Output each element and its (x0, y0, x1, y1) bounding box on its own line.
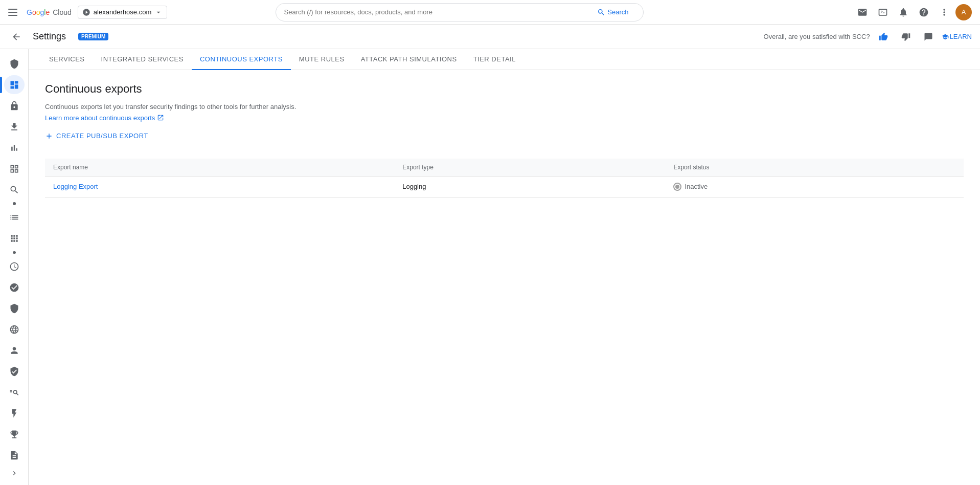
notifications-button[interactable] (894, 3, 913, 21)
help-button[interactable] (915, 3, 933, 21)
page-title: Settings (33, 31, 66, 42)
sidebar (0, 49, 29, 485)
cloud-shell-button[interactable] (874, 3, 892, 21)
sidebar-item-settings-gear[interactable] (4, 278, 25, 297)
col-header-name: Export name (45, 159, 394, 177)
learn-more-link[interactable]: Learn more about continuous exports (45, 114, 164, 122)
domain-icon (82, 8, 90, 16)
sidebar-dot-1 (13, 202, 16, 205)
status-inactive: Inactive (673, 183, 955, 191)
search-bar: Search (276, 3, 644, 21)
org-selector[interactable]: alexanderhose.com (78, 6, 167, 19)
main-content: Continuous exports Continuous exports le… (29, 70, 980, 210)
section-description: Continuous exports let you transfer secu… (45, 102, 964, 112)
sidebar-item-search-list[interactable] (4, 383, 25, 402)
sidebar-item-download[interactable] (4, 117, 25, 136)
sidebar-item-timer[interactable] (4, 257, 25, 276)
main-layout: SERVICES INTEGRATED SERVICES CONTINUOUS … (0, 49, 980, 485)
search-icon (597, 8, 605, 16)
dropdown-icon (154, 8, 163, 16)
sidebar-dot-2 (13, 251, 16, 254)
tab-attack-path-simulations[interactable]: ATTACK PATH SIMULATIONS (353, 49, 465, 70)
table-header-row: Export name Export type Export status (45, 159, 964, 177)
hamburger-menu[interactable] (8, 6, 20, 18)
top-navigation: Google Cloud alexanderhose.com Search (0, 0, 980, 25)
learn-icon (942, 33, 949, 40)
tab-tier-detail[interactable]: TIER DETAIL (465, 49, 524, 70)
feedback-button[interactable] (919, 28, 938, 46)
google-cloud-logo: Google Cloud (27, 8, 72, 16)
sidebar-item-verified[interactable] (4, 362, 25, 381)
more-options-button[interactable] (935, 3, 953, 21)
sidebar-expand-button[interactable] (4, 466, 25, 481)
export-name-link[interactable]: Logging Export (53, 183, 98, 190)
tab-services[interactable]: SERVICES (41, 49, 93, 70)
tabs-bar: SERVICES INTEGRATED SERVICES CONTINUOUS … (29, 49, 980, 70)
learn-link[interactable]: LEARN (942, 33, 972, 40)
external-link-icon (157, 114, 164, 121)
org-domain: alexanderhose.com (94, 8, 151, 16)
sidebar-item-security[interactable] (4, 96, 25, 115)
sidebar-item-person[interactable] (4, 341, 25, 360)
thumbs-down-button[interactable] (897, 28, 915, 46)
col-header-type: Export type (394, 159, 665, 177)
sidebar-item-search[interactable] (4, 180, 25, 199)
content-area: SERVICES INTEGRATED SERVICES CONTINUOUS … (29, 49, 980, 485)
export-type-cell: Logging (394, 176, 665, 197)
add-icon (45, 132, 53, 140)
status-dot (673, 183, 681, 191)
status-text: Inactive (685, 183, 708, 190)
search-button[interactable]: Search (591, 5, 634, 19)
sidebar-item-modules[interactable] (4, 229, 25, 248)
top-nav-right: A (853, 3, 972, 21)
sidebar-item-shield-2[interactable] (4, 299, 25, 318)
sidebar-item-grid[interactable] (4, 159, 25, 178)
sidebar-item-analytics[interactable] (4, 138, 25, 157)
sidebar-item-shield[interactable] (4, 54, 25, 73)
sidebar-item-dashboard[interactable] (4, 75, 25, 94)
support-button[interactable] (853, 3, 872, 21)
exports-table: Export name Export type Export status Lo… (45, 159, 964, 197)
sidebar-item-document[interactable] (4, 446, 25, 465)
satisfaction-area: Overall, are you satisfied with SCC? LEA… (764, 28, 972, 46)
sidebar-item-list[interactable] (4, 208, 25, 227)
tab-mute-rules[interactable]: MUTE RULES (291, 49, 353, 70)
export-name-cell: Logging Export (45, 176, 394, 197)
tab-integrated-services[interactable]: INTEGRATED SERVICES (93, 49, 192, 70)
search-input[interactable] (284, 8, 587, 16)
table-row: Logging Export Logging Inactive (45, 176, 964, 197)
satisfaction-text: Overall, are you satisfied with SCC? (764, 33, 870, 40)
thumbs-up-button[interactable] (874, 28, 893, 46)
tab-continuous-exports[interactable]: CONTINUOUS EXPORTS (192, 49, 291, 70)
section-title: Continuous exports (45, 82, 964, 96)
create-pubsub-export-button[interactable]: CREATE PUB/SUB EXPORT (45, 132, 148, 140)
second-navigation: Settings PREMIUM Overall, are you satisf… (0, 25, 980, 49)
sidebar-item-trophy[interactable] (4, 425, 25, 444)
sidebar-item-globe[interactable] (4, 320, 25, 339)
col-header-status: Export status (665, 159, 964, 177)
premium-badge: PREMIUM (78, 33, 108, 40)
export-status-cell: Inactive (665, 176, 964, 197)
sidebar-item-alert[interactable] (4, 404, 25, 423)
avatar[interactable]: A (955, 4, 972, 20)
back-button[interactable] (8, 29, 25, 45)
